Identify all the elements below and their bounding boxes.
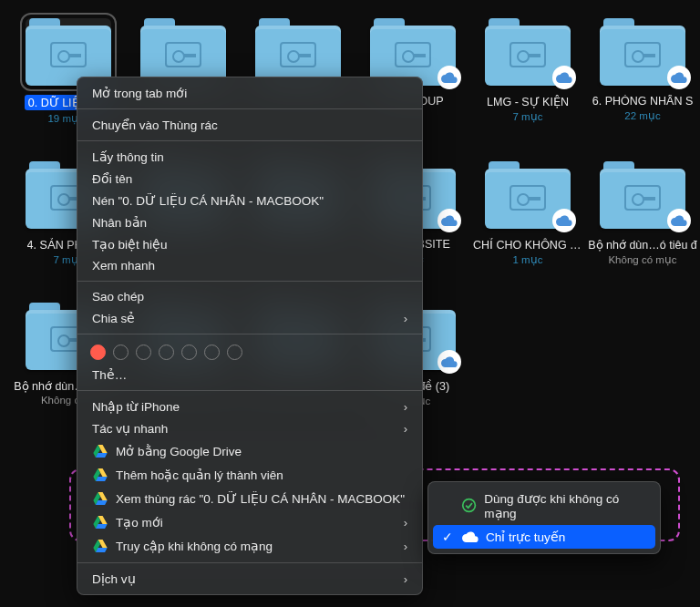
- tag-empty[interactable]: [159, 345, 174, 360]
- menu-gdrive-view-trash[interactable]: Xem thùng rác "0. DỮ LIỆU CÁ NHÂN - MACB…: [77, 487, 422, 510]
- folder-name: LMG - SỰ KIỆN: [487, 95, 569, 108]
- gdrive-icon: [92, 490, 108, 507]
- menu-services[interactable]: Dịch vụ›: [77, 568, 422, 590]
- menu-share[interactable]: Chia sẻ›: [77, 307, 422, 329]
- menu-get-info[interactable]: Lấy thông tin: [77, 146, 422, 168]
- context-menu: Mở trong tab mới Chuyển vào Thùng rác Lấ…: [77, 77, 423, 595]
- chevron-right-icon: ›: [404, 400, 407, 414]
- folder-item[interactable]: CHỈ CHO KHÔNG BÁN!!! 1 mục: [470, 161, 585, 266]
- chevron-right-icon: ›: [404, 540, 407, 553]
- menu-move-to-trash[interactable]: Chuyển vào Thùng rác: [77, 114, 422, 136]
- menu-duplicate[interactable]: Nhân bản: [77, 211, 422, 233]
- folder-icon: [600, 18, 685, 86]
- menu-gdrive-offline-access[interactable]: Truy cập khi không có mạng›: [77, 534, 422, 558]
- folder-meta: Không có mục: [608, 253, 676, 266]
- menu-separator: [77, 334, 422, 334]
- menu-compress[interactable]: Nén "0. DỮ LIỆU CÁ NHÂN - MACBOOK": [77, 190, 422, 211]
- folder-item[interactable]: Bộ nhớ dùn…ó tiêu đ Không có mục: [585, 161, 700, 266]
- cloud-icon: [552, 66, 576, 89]
- menu-quick-look[interactable]: Xem nhanh: [77, 255, 422, 276]
- menu-copy[interactable]: Sao chép: [77, 286, 422, 307]
- tag-empty[interactable]: [113, 345, 129, 360]
- folder-meta: 7 mục: [513, 110, 543, 123]
- folder-icon: [600, 161, 685, 229]
- chevron-right-icon: ›: [404, 572, 407, 586]
- menu-gdrive-create-new[interactable]: Tạo mới›: [77, 510, 422, 534]
- check-circle-green-icon: [461, 499, 477, 512]
- folder-item[interactable]: 6. PHÒNG NHÂN S 22 mục: [585, 18, 700, 125]
- gdrive-icon: [92, 467, 108, 483]
- cloud-icon: [462, 530, 479, 543]
- folder-icon: [26, 18, 111, 86]
- menu-import-from-iphone[interactable]: Nhập từ iPhone›: [77, 396, 422, 417]
- tag-empty[interactable]: [227, 345, 242, 360]
- menu-tag-colors: [77, 339, 422, 364]
- gdrive-icon: [92, 538, 108, 554]
- menu-quick-actions[interactable]: Tác vụ nhanh›: [77, 417, 422, 439]
- cloud-icon: [667, 66, 691, 89]
- menu-open-in-new-tab[interactable]: Mở trong tab mới: [77, 82, 422, 104]
- submenu-available-offline[interactable]: Dùng được khi không có mạng: [433, 487, 655, 525]
- menu-separator: [77, 390, 422, 391]
- folder-icon: [370, 18, 456, 86]
- folder-meta: 1 mục: [513, 253, 543, 266]
- folder-name: 6. PHÒNG NHÂN S: [592, 95, 693, 108]
- menu-separator: [77, 562, 422, 563]
- chevron-right-icon: ›: [404, 516, 407, 530]
- menu-separator: [77, 281, 422, 282]
- cloud-icon: [438, 209, 461, 232]
- submenu-online-only[interactable]: ✓ Chỉ trực tuyến: [433, 525, 655, 549]
- tag-empty[interactable]: [136, 345, 151, 360]
- menu-separator: [77, 108, 422, 109]
- menu-rename[interactable]: Đổi tên: [77, 168, 422, 190]
- folder-icon: [485, 161, 571, 229]
- cloud-icon: [552, 209, 576, 232]
- cloud-icon: [438, 350, 461, 374]
- chevron-right-icon: ›: [404, 312, 407, 325]
- chevron-right-icon: ›: [404, 422, 407, 436]
- submenu-item-label: Chỉ trực tuyến: [486, 530, 565, 544]
- tag-empty[interactable]: [181, 345, 197, 360]
- folder-item[interactable]: LMG - SỰ KIỆN 7 mục: [470, 18, 585, 125]
- submenu-item-label: Dùng được khi không có mạng: [484, 491, 646, 520]
- gdrive-icon: [92, 443, 108, 459]
- gdrive-icon: [92, 514, 108, 530]
- svg-point-15: [463, 499, 476, 512]
- check-icon: ✓: [440, 530, 455, 544]
- tag-red[interactable]: [90, 345, 106, 360]
- folder-icon: [255, 18, 341, 86]
- folder-meta: 22 mục: [624, 109, 660, 122]
- offline-access-submenu: Dùng được khi không có mạng ✓ Chỉ trực t…: [427, 481, 661, 554]
- folder-name: CHỈ CHO KHÔNG BÁN!!!: [473, 238, 582, 252]
- menu-separator: [77, 140, 422, 141]
- cloud-icon: [667, 209, 691, 232]
- tag-empty[interactable]: [204, 345, 220, 360]
- cloud-icon: [438, 66, 461, 89]
- menu-gdrive-manage-members[interactable]: Thêm hoặc quản lý thành viên: [77, 463, 422, 487]
- menu-make-alias[interactable]: Tạo biệt hiệu: [77, 233, 422, 255]
- folder-icon: [140, 18, 226, 86]
- menu-gdrive-open[interactable]: Mở bằng Google Drive: [77, 439, 422, 463]
- folder-icon: [485, 18, 571, 86]
- menu-tags[interactable]: Thẻ…: [77, 364, 422, 386]
- folder-name: Bộ nhớ dùn…ó tiêu đ: [588, 238, 697, 252]
